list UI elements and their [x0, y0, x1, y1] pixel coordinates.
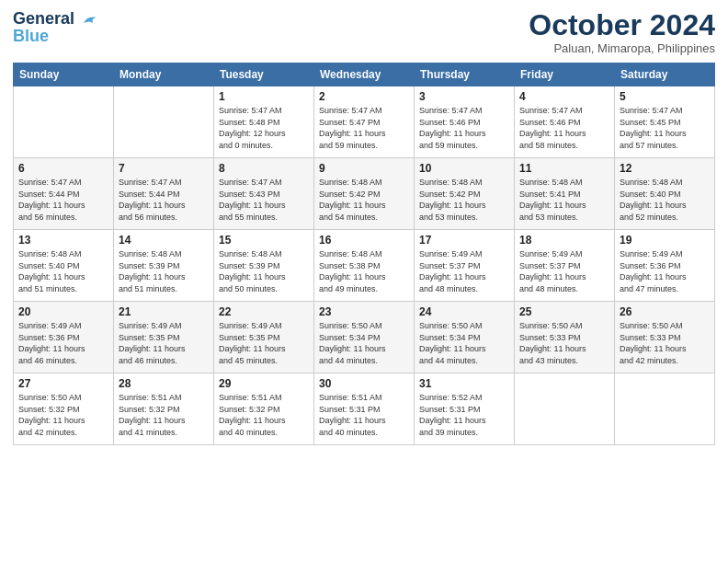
calendar-cell: 18Sunrise: 5:49 AM Sunset: 5:37 PM Dayli…: [515, 230, 615, 302]
calendar-cell: 5Sunrise: 5:47 AM Sunset: 5:45 PM Daylig…: [615, 86, 715, 158]
calendar-cell: 1Sunrise: 5:47 AM Sunset: 5:48 PM Daylig…: [214, 86, 314, 158]
day-number: 10: [419, 162, 509, 175]
day-info: Sunrise: 5:47 AM Sunset: 5:44 PM Dayligh…: [119, 177, 209, 223]
day-info: Sunrise: 5:49 AM Sunset: 5:36 PM Dayligh…: [620, 248, 710, 294]
day-number: 9: [319, 162, 409, 175]
logo-blue: Blue: [13, 27, 49, 46]
day-info: Sunrise: 5:48 AM Sunset: 5:39 PM Dayligh…: [219, 248, 309, 294]
day-info: Sunrise: 5:47 AM Sunset: 5:46 PM Dayligh…: [419, 105, 509, 151]
calendar-header-saturday: Saturday: [615, 63, 715, 86]
day-info: Sunrise: 5:50 AM Sunset: 5:32 PM Dayligh…: [18, 392, 108, 438]
day-info: Sunrise: 5:51 AM Sunset: 5:32 PM Dayligh…: [219, 392, 309, 438]
logo-bird-icon: [80, 10, 100, 30]
day-number: 24: [419, 305, 509, 318]
day-info: Sunrise: 5:47 AM Sunset: 5:46 PM Dayligh…: [519, 105, 609, 151]
day-info: Sunrise: 5:48 AM Sunset: 5:38 PM Dayligh…: [319, 248, 409, 294]
calendar-cell: 3Sunrise: 5:47 AM Sunset: 5:46 PM Daylig…: [415, 86, 515, 158]
day-info: Sunrise: 5:50 AM Sunset: 5:33 PM Dayligh…: [620, 320, 710, 366]
day-number: 28: [119, 377, 209, 390]
day-number: 2: [319, 90, 409, 103]
calendar-cell: 27Sunrise: 5:50 AM Sunset: 5:32 PM Dayli…: [14, 373, 114, 445]
calendar-cell: [615, 373, 715, 445]
calendar-table: SundayMondayTuesdayWednesdayThursdayFrid…: [13, 63, 715, 445]
calendar-cell: 22Sunrise: 5:49 AM Sunset: 5:35 PM Dayli…: [214, 302, 314, 373]
day-number: 29: [219, 377, 309, 390]
day-info: Sunrise: 5:49 AM Sunset: 5:35 PM Dayligh…: [219, 320, 309, 366]
day-info: Sunrise: 5:51 AM Sunset: 5:31 PM Dayligh…: [319, 392, 409, 438]
day-info: Sunrise: 5:48 AM Sunset: 5:40 PM Dayligh…: [620, 177, 710, 223]
day-info: Sunrise: 5:47 AM Sunset: 5:47 PM Dayligh…: [319, 105, 409, 151]
day-number: 12: [620, 162, 710, 175]
day-number: 21: [119, 305, 209, 318]
calendar-cell: 8Sunrise: 5:47 AM Sunset: 5:43 PM Daylig…: [214, 158, 314, 230]
day-number: 18: [519, 234, 609, 247]
calendar-cell: 13Sunrise: 5:48 AM Sunset: 5:40 PM Dayli…: [14, 230, 114, 302]
calendar-cell: 26Sunrise: 5:50 AM Sunset: 5:33 PM Dayli…: [615, 302, 715, 373]
day-number: 14: [119, 234, 209, 247]
day-info: Sunrise: 5:48 AM Sunset: 5:42 PM Dayligh…: [419, 177, 509, 223]
calendar-cell: 19Sunrise: 5:49 AM Sunset: 5:36 PM Dayli…: [615, 230, 715, 302]
calendar-cell: 23Sunrise: 5:50 AM Sunset: 5:34 PM Dayli…: [314, 302, 415, 373]
calendar-cell: 25Sunrise: 5:50 AM Sunset: 5:33 PM Dayli…: [515, 302, 615, 373]
day-number: 23: [319, 305, 409, 318]
day-info: Sunrise: 5:49 AM Sunset: 5:36 PM Dayligh…: [18, 320, 108, 366]
calendar-cell: 20Sunrise: 5:49 AM Sunset: 5:36 PM Dayli…: [14, 302, 114, 373]
day-info: Sunrise: 5:47 AM Sunset: 5:48 PM Dayligh…: [219, 105, 309, 151]
calendar-cell: 2Sunrise: 5:47 AM Sunset: 5:47 PM Daylig…: [314, 86, 415, 158]
calendar-cell: 6Sunrise: 5:47 AM Sunset: 5:44 PM Daylig…: [14, 158, 114, 230]
calendar-cell: [114, 86, 214, 158]
calendar-cell: 29Sunrise: 5:51 AM Sunset: 5:32 PM Dayli…: [214, 373, 314, 445]
calendar-cell: 16Sunrise: 5:48 AM Sunset: 5:38 PM Dayli…: [314, 230, 415, 302]
day-info: Sunrise: 5:47 AM Sunset: 5:45 PM Dayligh…: [620, 105, 710, 151]
calendar-header-wednesday: Wednesday: [314, 63, 415, 86]
week-row-4: 20Sunrise: 5:49 AM Sunset: 5:36 PM Dayli…: [14, 302, 715, 373]
calendar-header-sunday: Sunday: [14, 63, 114, 86]
calendar-header-monday: Monday: [114, 63, 214, 86]
day-info: Sunrise: 5:51 AM Sunset: 5:32 PM Dayligh…: [119, 392, 209, 438]
day-info: Sunrise: 5:48 AM Sunset: 5:41 PM Dayligh…: [519, 177, 609, 223]
day-number: 16: [319, 234, 409, 247]
calendar-cell: 21Sunrise: 5:49 AM Sunset: 5:35 PM Dayli…: [114, 302, 214, 373]
day-info: Sunrise: 5:50 AM Sunset: 5:34 PM Dayligh…: [319, 320, 409, 366]
week-row-1: 1Sunrise: 5:47 AM Sunset: 5:48 PM Daylig…: [14, 86, 715, 158]
week-row-5: 27Sunrise: 5:50 AM Sunset: 5:32 PM Dayli…: [14, 373, 715, 445]
day-info: Sunrise: 5:52 AM Sunset: 5:31 PM Dayligh…: [419, 392, 509, 438]
calendar-body: 1Sunrise: 5:47 AM Sunset: 5:48 PM Daylig…: [14, 86, 715, 445]
calendar-cell: 15Sunrise: 5:48 AM Sunset: 5:39 PM Dayli…: [214, 230, 314, 302]
calendar-cell: 17Sunrise: 5:49 AM Sunset: 5:37 PM Dayli…: [415, 230, 515, 302]
calendar-cell: [14, 86, 114, 158]
calendar-header-friday: Friday: [515, 63, 615, 86]
day-info: Sunrise: 5:48 AM Sunset: 5:40 PM Dayligh…: [18, 248, 108, 294]
day-number: 5: [620, 90, 710, 103]
day-info: Sunrise: 5:49 AM Sunset: 5:35 PM Dayligh…: [119, 320, 209, 366]
calendar-header-thursday: Thursday: [415, 63, 515, 86]
day-number: 3: [419, 90, 509, 103]
day-number: 19: [620, 234, 710, 247]
calendar-cell: 9Sunrise: 5:48 AM Sunset: 5:42 PM Daylig…: [314, 158, 415, 230]
day-number: 4: [519, 90, 609, 103]
header: General Blue October 2024 Paluan, Mimaro…: [13, 9, 715, 55]
logo: General Blue: [13, 9, 100, 46]
calendar-cell: 7Sunrise: 5:47 AM Sunset: 5:44 PM Daylig…: [114, 158, 214, 230]
day-number: 8: [219, 162, 309, 175]
day-number: 25: [519, 305, 609, 318]
day-number: 31: [419, 377, 509, 390]
day-info: Sunrise: 5:48 AM Sunset: 5:42 PM Dayligh…: [319, 177, 409, 223]
day-info: Sunrise: 5:50 AM Sunset: 5:34 PM Dayligh…: [419, 320, 509, 366]
calendar-cell: 4Sunrise: 5:47 AM Sunset: 5:46 PM Daylig…: [515, 86, 615, 158]
day-number: 7: [119, 162, 209, 175]
month-title: October 2024: [529, 9, 715, 41]
day-number: 26: [620, 305, 710, 318]
location-subtitle: Paluan, Mimaropa, Philippines: [529, 41, 715, 55]
calendar-header-row: SundayMondayTuesdayWednesdayThursdayFrid…: [14, 63, 715, 86]
calendar-cell: 31Sunrise: 5:52 AM Sunset: 5:31 PM Dayli…: [415, 373, 515, 445]
day-number: 20: [18, 305, 108, 318]
day-info: Sunrise: 5:50 AM Sunset: 5:33 PM Dayligh…: [519, 320, 609, 366]
week-row-2: 6Sunrise: 5:47 AM Sunset: 5:44 PM Daylig…: [14, 158, 715, 230]
day-number: 22: [219, 305, 309, 318]
day-info: Sunrise: 5:49 AM Sunset: 5:37 PM Dayligh…: [519, 248, 609, 294]
day-number: 11: [519, 162, 609, 175]
calendar-cell: 24Sunrise: 5:50 AM Sunset: 5:34 PM Dayli…: [415, 302, 515, 373]
calendar-cell: [515, 373, 615, 445]
day-number: 27: [18, 377, 108, 390]
